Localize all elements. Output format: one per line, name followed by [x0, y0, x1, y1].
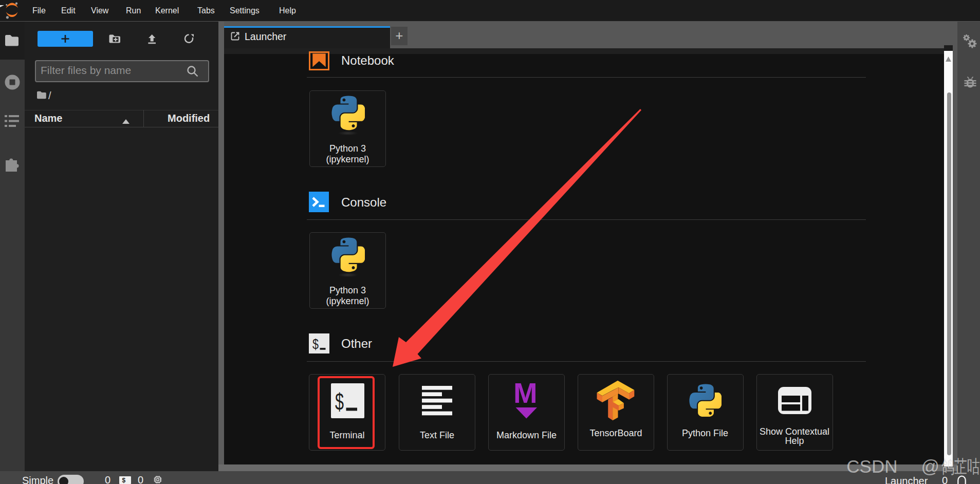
svg-text:$: $	[335, 388, 344, 415]
svg-text:M: M	[514, 381, 538, 409]
svg-text:$: $	[312, 337, 319, 352]
